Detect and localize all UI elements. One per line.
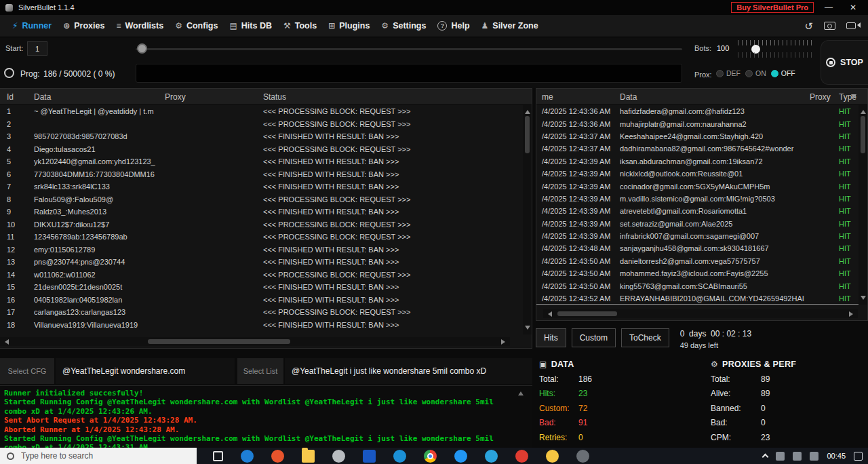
- table-row[interactable]: 5yk1202440@gmail.com:yhd123123_<<< FINIS…: [0, 155, 532, 168]
- config-value[interactable]: @YeatTheLegit wondershare.com: [56, 358, 235, 384]
- tray-icon-2[interactable]: [793, 452, 802, 461]
- menu-item-hits-db[interactable]: ▤Hits DB: [229, 21, 272, 31]
- opera-icon[interactable]: [515, 450, 528, 463]
- scroll-track[interactable]: [9, 337, 501, 346]
- prox-option-on[interactable]: ON: [745, 69, 766, 77]
- scroll-down-icon[interactable]: [525, 326, 530, 332]
- slider-handle[interactable]: [137, 43, 147, 54]
- table-row[interactable]: 1604051982lan:04051982lan<<< FINISHED WI…: [0, 294, 532, 307]
- scroll-track[interactable]: [552, 309, 849, 318]
- select-cfg-button[interactable]: Select CFG: [0, 358, 54, 384]
- table-row[interactable]: 17carlangas123:carlangas123<<< PROCESSIN…: [0, 306, 532, 319]
- table-row[interactable]: /4/2025 12:43:36 AMhafidzfadera@gmail.co…: [536, 105, 867, 117]
- scroll-right-icon[interactable]: [849, 311, 856, 317]
- table-row[interactable]: /4/2025 12:43:48 AMsanjayganjhu458@gmail…: [536, 242, 867, 254]
- scroll-right-icon[interactable]: [501, 339, 508, 345]
- position-slider[interactable]: [136, 43, 682, 55]
- buy-pro-button[interactable]: Buy SilverBullet Pro: [731, 2, 814, 13]
- scroll-up-icon[interactable]: [525, 107, 530, 114]
- app-icon-dark[interactable]: [576, 450, 589, 463]
- file-explorer-icon[interactable]: [302, 450, 315, 463]
- table-row[interactable]: 8Falou509@:Falou509@<<< PROCESSING BLOCK…: [0, 193, 532, 206]
- table-row[interactable]: /4/2025 12:43:39 AMcocinador@gmail.com:5…: [536, 180, 867, 192]
- hits-vscroll[interactable]: [859, 105, 867, 305]
- close-button[interactable]: ✕: [844, 3, 863, 12]
- table-row[interactable]: 14w011062:w011062<<< PROCESSING BLOCK: R…: [0, 269, 532, 282]
- col-header-data[interactable]: Data: [614, 92, 804, 102]
- log-scroll-up-icon[interactable]: [518, 389, 524, 395]
- hits-hscroll[interactable]: [543, 309, 858, 318]
- task-view-icon[interactable]: [213, 451, 223, 461]
- col-header-proxy[interactable]: Proxy: [804, 92, 833, 102]
- runner-vscroll[interactable]: [523, 105, 532, 334]
- action-center-icon[interactable]: [854, 452, 863, 461]
- scroll-down-icon[interactable]: [861, 296, 866, 303]
- table-row[interactable]: /4/2025 12:43:39 AMatrevetebtl@gmail.com…: [536, 205, 867, 217]
- scroll-up-icon[interactable]: [861, 107, 866, 114]
- menu-item-settings[interactable]: ⚙Settings: [381, 21, 426, 31]
- menu-item-silver-zone[interactable]: ♟Silver Zone: [481, 21, 538, 31]
- menu-item-wordlists[interactable]: ≡Wordlists: [116, 21, 163, 31]
- tab-custom[interactable]: Custom: [572, 328, 616, 347]
- col-header-status[interactable]: Status: [258, 92, 532, 102]
- runner-hscroll[interactable]: [0, 337, 510, 346]
- menu-item-configs[interactable]: ⚙Configs: [175, 21, 218, 31]
- scroll-thumb[interactable]: [525, 116, 530, 153]
- table-row[interactable]: /4/2025 12:43:39 AMnickixlcd@outlook.com…: [536, 168, 867, 180]
- menu-item-runner[interactable]: ⚡Runner: [12, 21, 52, 31]
- edge-icon[interactable]: [393, 450, 406, 463]
- menu-item-help[interactable]: ?Help: [437, 21, 469, 31]
- col-header-type[interactable]: Type: [833, 92, 867, 102]
- table-row[interactable]: /4/2025 12:43:39 AMiksan.abdurachman@gma…: [536, 155, 867, 168]
- table-row[interactable]: 7srk84lc133:srk84lC133<<< FINISHED WITH …: [0, 180, 532, 193]
- camera-icon[interactable]: [824, 22, 835, 30]
- app-icon-blue[interactable]: [454, 450, 467, 463]
- menu-item-plugins[interactable]: ⊞Plugins: [328, 21, 370, 31]
- menu-item-proxies[interactable]: ⊕Proxies: [63, 21, 104, 31]
- table-row[interactable]: 11123456789ab:123456789ab<<< PROCESSING …: [0, 231, 532, 244]
- table-row[interactable]: /4/2025 12:43:52 AMERRAYANHABIBI2010@GMA…: [536, 292, 867, 305]
- table-row[interactable]: /4/2025 12:43:37 AMdadhiramabana82@gmail…: [536, 142, 867, 155]
- table-row[interactable]: /4/2025 12:43:50 AMdanieltorresh2@gmail.…: [536, 255, 867, 267]
- table-row[interactable]: 9Raldz03_:Muhes2013<<< FINISHED WITH RES…: [0, 206, 532, 218]
- col-header-id[interactable]: Id: [0, 92, 28, 102]
- prox-option-def[interactable]: DEF: [716, 69, 741, 77]
- taskbar-clock[interactable]: 00:45: [827, 452, 846, 460]
- tab-tocheck[interactable]: ToCheck: [621, 328, 669, 347]
- app-icon-gray[interactable]: [332, 450, 345, 463]
- filter-icon[interactable]: [851, 94, 856, 101]
- telegram-icon[interactable]: [485, 450, 498, 463]
- table-row[interactable]: 39857027083d:9857027083d<<< FINISHED WIT…: [0, 130, 532, 143]
- table-row[interactable]: 1521desn0025t:21desn0025t<<< FINISHED WI…: [0, 281, 532, 294]
- scroll-left-icon[interactable]: [2, 339, 9, 345]
- table-row[interactable]: /4/2025 12:43:37 AMKeeshahaipee24@gmail.…: [536, 130, 867, 142]
- scroll-thumb[interactable]: [861, 116, 865, 153]
- taskbar-search[interactable]: [0, 448, 197, 464]
- col-header-proxy[interactable]: Proxy: [159, 92, 258, 102]
- word-icon[interactable]: [363, 450, 376, 463]
- progress-radio[interactable]: [4, 68, 14, 78]
- table-row[interactable]: /4/2025 12:43:50 AMmohammed.fayiz3@iclou…: [536, 267, 867, 279]
- history-icon[interactable]: ↺: [804, 21, 813, 31]
- table-row[interactable]: 4Diego:tulasacos21<<< PROCESSING BLOCK: …: [0, 143, 532, 156]
- table-row[interactable]: 12emy:01150612789<<< FINISHED WITH RESUL…: [0, 244, 532, 256]
- col-header-data[interactable]: Data: [28, 92, 159, 102]
- col-header-time[interactable]: me: [536, 92, 614, 102]
- tab-hits[interactable]: Hits: [536, 328, 566, 347]
- prox-option-off[interactable]: OFF: [771, 69, 795, 77]
- tray-icon-3[interactable]: [810, 452, 818, 461]
- wordlist-value[interactable]: @YeatTheLegit i just like wondershare 5m…: [285, 358, 532, 384]
- app-icon-yellow[interactable]: [546, 450, 559, 463]
- start-input[interactable]: [27, 41, 47, 56]
- tray-icon-1[interactable]: [776, 452, 785, 461]
- minimize-button[interactable]: —: [819, 3, 838, 12]
- table-row[interactable]: 19Bustillos:112142<<< PROCESSING BLOCK: …: [0, 331, 532, 334]
- scroll-left-icon[interactable]: [545, 311, 552, 317]
- table-row[interactable]: /4/2025 12:43:39 AMinfrabrick007@gmail.c…: [536, 230, 867, 242]
- bots-slider[interactable]: [738, 39, 812, 58]
- table-row[interactable]: /4/2025 12:43:39 AMset.setraziz@gmail.co…: [536, 218, 867, 230]
- select-list-button[interactable]: Select List: [237, 358, 283, 384]
- search-input[interactable]: [21, 451, 163, 461]
- firefox-icon[interactable]: [271, 450, 284, 463]
- tray-chevron-icon[interactable]: [762, 454, 769, 461]
